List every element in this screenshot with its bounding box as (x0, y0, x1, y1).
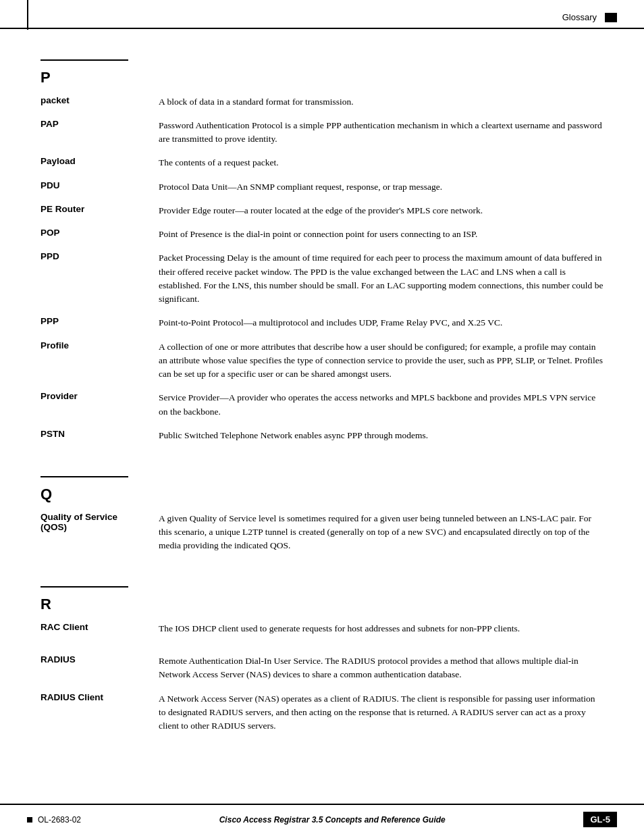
section-p-divider-top (41, 59, 128, 61)
section-r-divider-top (41, 586, 128, 588)
def-pop: Point of Presence is the dial-in point o… (159, 224, 603, 248)
footer-left-bar (27, 817, 32, 823)
table-row: Provider Service Provider—A provider who… (41, 388, 603, 425)
table-row: PSTN Public Switched Telephone Network e… (41, 425, 603, 449)
term-payload: Payload (41, 153, 159, 176)
header-title: Glossary (562, 12, 597, 22)
section-p-table: packet A block of data in a standard for… (41, 92, 603, 450)
table-row: PPP Point-to-Point Protocol—a multiproto… (41, 313, 603, 336)
def-pdu: Protocol Data Unit—An SNMP compliant req… (159, 177, 603, 201)
term-ppp: PPP (41, 313, 159, 336)
table-row: Payload The contents of a request packet… (41, 153, 603, 176)
table-row: RADIUS Remote Authentication Dial-In Use… (41, 642, 603, 689)
page: Glossary P packet A block of data in a s… (0, 0, 644, 834)
term-packet: packet (41, 92, 159, 115)
term-qos: Quality of Service(QOS) (41, 509, 159, 560)
term-pe-router: PE Router (41, 201, 159, 224)
def-qos: A given Quality of Service level is some… (159, 509, 603, 560)
def-pe-router: Provider Edge router—a router located at… (159, 201, 603, 224)
table-row: RADIUS Client A Network Access Server (N… (41, 689, 603, 740)
table-row: PAP Password Authentication Protocol is … (41, 115, 603, 153)
table-row: POP Point of Presence is the dial-in poi… (41, 224, 603, 248)
page-footer: OL-2683-02 Cisco Access Registrar 3.5 Co… (0, 804, 644, 834)
table-row: PE Router Provider Edge router—a router … (41, 201, 603, 224)
section-r-table: RAC Client The IOS DHCP client used to g… (41, 619, 603, 740)
section-q-divider-top (41, 476, 128, 477)
spacer-r (41, 566, 603, 586)
def-payload: The contents of a request packet. (159, 153, 603, 176)
header-block (605, 13, 617, 22)
section-q-letter: Q (41, 486, 603, 503)
term-ppd: PPD (41, 248, 159, 313)
spacer-q (41, 456, 603, 476)
def-profile: A collection of one or more attributes t… (159, 337, 603, 388)
term-radius-client: RADIUS Client (41, 689, 159, 740)
def-provider: Service Provider—A provider who operates… (159, 388, 603, 425)
def-radius: Remote Authentication Dial-In User Servi… (159, 642, 603, 689)
page-header: Glossary (0, 0, 644, 29)
table-row: RAC Client The IOS DHCP client used to g… (41, 619, 603, 642)
term-pap: PAP (41, 115, 159, 153)
section-q-table: Quality of Service(QOS) A given Quality … (41, 509, 603, 560)
footer-right: GL-5 (583, 812, 617, 827)
footer-doc-number: OL-2683-02 (38, 815, 81, 825)
term-pstn: PSTN (41, 425, 159, 449)
term-profile: Profile (41, 337, 159, 388)
def-rac-client: The IOS DHCP client used to generate req… (159, 619, 603, 642)
page-content: P packet A block of data in a standard f… (0, 29, 644, 766)
def-ppp: Point-to-Point Protocol—a multiprotocol … (159, 313, 603, 336)
term-radius: RADIUS (41, 642, 159, 689)
term-pdu: PDU (41, 177, 159, 201)
term-provider: Provider (41, 388, 159, 425)
spacer-top-p (41, 49, 603, 59)
table-row: PDU Protocol Data Unit—An SNMP compliant… (41, 177, 603, 201)
section-r-letter: R (41, 596, 603, 613)
def-radius-client: A Network Access Server (NAS) operates a… (159, 689, 603, 740)
footer-left: OL-2683-02 (27, 815, 81, 825)
footer-page-number: GL-5 (583, 812, 617, 827)
table-row: PPD Packet Processing Delay is the amoun… (41, 248, 603, 313)
table-row: Quality of Service(QOS) A given Quality … (41, 509, 603, 560)
footer-guide-title: Cisco Access Registrar 3.5 Concepts and … (81, 815, 583, 825)
def-ppd: Packet Processing Delay is the amount of… (159, 248, 603, 313)
left-bar-decoration (27, 0, 28, 30)
def-packet: A block of data in a standard format for… (159, 92, 603, 115)
term-pop: POP (41, 224, 159, 248)
term-rac-client: RAC Client (41, 619, 159, 642)
table-row: Profile A collection of one or more attr… (41, 337, 603, 388)
table-row: packet A block of data in a standard for… (41, 92, 603, 115)
def-pap: Password Authentication Protocol is a si… (159, 115, 603, 153)
def-pstn: Public Switched Telephone Network enable… (159, 425, 603, 449)
section-p-letter: P (41, 69, 603, 86)
